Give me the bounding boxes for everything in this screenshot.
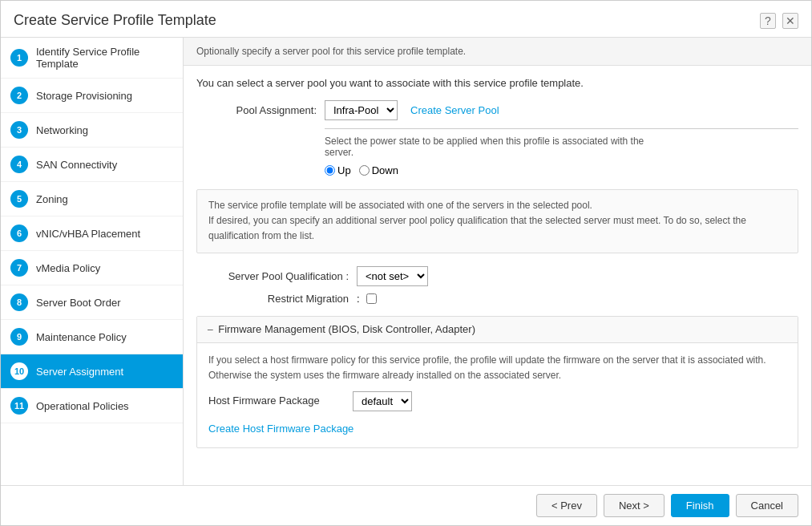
sidebar-item-label: Maintenance Policy	[36, 331, 127, 343]
step-badge: 3	[10, 121, 28, 139]
firmware-desc2: Otherwise the system uses the firmware a…	[208, 368, 786, 383]
dialog-body: 1Identify Service Profile Template2Stora…	[1, 38, 811, 485]
radio-down[interactable]	[359, 165, 370, 176]
firmware-section-title: Firmware Management (BIOS, Disk Controll…	[218, 323, 475, 335]
radio-up-text: Up	[337, 164, 351, 176]
step-badge: 5	[10, 190, 28, 208]
sidebar: 1Identify Service Profile Template2Stora…	[1, 38, 184, 485]
radio-up-label[interactable]: Up	[325, 164, 351, 176]
pool-desc: You can select a server pool you want to…	[196, 77, 798, 89]
sidebar-item-label: vMedia Policy	[36, 262, 100, 274]
restrict-migration-label: Restrict Migration	[196, 293, 357, 305]
step-badge: 2	[10, 87, 28, 104]
create-server-pool-link[interactable]: Create Server Pool	[410, 104, 499, 116]
firmware-section: − Firmware Management (BIOS, Disk Contro…	[196, 316, 798, 448]
colon: :	[357, 293, 360, 305]
radio-down-label[interactable]: Down	[359, 164, 398, 176]
sidebar-item-2[interactable]: 2Storage Provisioning	[1, 79, 183, 113]
sidebar-item-4[interactable]: 4SAN Connectivity	[1, 148, 183, 182]
next-button[interactable]: Next >	[604, 494, 665, 517]
host-firmware-label: Host Firmware Package	[208, 393, 353, 410]
qualification-label: Server Pool Qualification :	[196, 270, 357, 282]
create-host-firmware-link[interactable]: Create Host Firmware Package	[208, 423, 353, 435]
sidebar-item-6[interactable]: 6vNIC/vHBA Placement	[1, 216, 183, 251]
sidebar-item-label: Server Boot Order	[36, 297, 121, 309]
content-inner: You can select a server pool you want to…	[184, 66, 811, 485]
step-badge: 1	[10, 49, 28, 67]
step-badge: 10	[10, 362, 28, 380]
sidebar-item-label: SAN Connectivity	[36, 159, 117, 171]
pool-info-text2: If desired, you can specify an additiona…	[208, 213, 786, 244]
pool-assignment-label: Pool Assignment:	[196, 104, 325, 116]
pool-assignment-select[interactable]: Infra-PoolPool-APool-B	[325, 100, 398, 120]
power-divider	[325, 128, 798, 129]
firmware-desc1: If you select a host firmware policy for…	[208, 353, 786, 368]
sidebar-item-label: Server Assignment	[36, 366, 123, 378]
sidebar-item-label: Identify Service Profile Template	[36, 46, 173, 70]
sidebar-item-label: vNIC/vHBA Placement	[36, 228, 140, 240]
sidebar-item-11[interactable]: 11Operational Policies	[1, 389, 183, 423]
dialog-title: Create Service Profile Template	[14, 12, 216, 29]
step-badge: 7	[10, 259, 28, 277]
sidebar-item-10[interactable]: 10Server Assignment	[1, 354, 183, 389]
sidebar-item-8[interactable]: 8Server Boot Order	[1, 285, 183, 320]
header-icons: ? ✕	[760, 13, 798, 29]
content-area: Optionally specify a server pool for thi…	[184, 38, 811, 485]
pool-info-text1: The service profile template will be ass…	[208, 198, 786, 213]
host-firmware-row: Host Firmware Package defaultnone	[208, 391, 786, 411]
power-section: Select the power state to be applied whe…	[325, 128, 798, 176]
info-bar: Optionally specify a server pool for thi…	[184, 38, 811, 66]
pool-info-box: The service profile template will be ass…	[196, 189, 798, 253]
sidebar-item-label: Storage Provisioning	[36, 90, 132, 102]
host-firmware-select[interactable]: defaultnone	[353, 391, 412, 411]
radio-up[interactable]	[325, 165, 335, 176]
power-state-desc: Select the power state to be applied whe…	[325, 136, 645, 158]
step-badge: 11	[10, 397, 28, 415]
restrict-migration-row: Restrict Migration :	[196, 293, 798, 305]
firmware-body: If you select a host firmware policy for…	[197, 343, 798, 447]
sidebar-item-3[interactable]: 3Networking	[1, 113, 183, 148]
close-button[interactable]: ✕	[782, 13, 798, 29]
dialog: Create Service Profile Template ? ✕ 1Ide…	[0, 0, 812, 526]
radio-down-text: Down	[372, 164, 398, 176]
info-bar-text: Optionally specify a server pool for thi…	[196, 46, 466, 57]
cancel-button[interactable]: Cancel	[736, 494, 798, 517]
qualification-select[interactable]: <not set>Option-A	[357, 266, 428, 286]
dialog-header: Create Service Profile Template ? ✕	[1, 1, 811, 38]
qualification-row: Server Pool Qualification : <not set>Opt…	[196, 266, 798, 286]
sidebar-item-label: Zoning	[36, 193, 68, 205]
sidebar-item-9[interactable]: 9Maintenance Policy	[1, 320, 183, 354]
firmware-collapse-icon[interactable]: −	[207, 323, 213, 336]
sidebar-item-1[interactable]: 1Identify Service Profile Template	[1, 38, 183, 79]
help-button[interactable]: ?	[760, 13, 776, 29]
sidebar-item-label: Operational Policies	[36, 400, 129, 412]
sidebar-item-5[interactable]: 5Zoning	[1, 182, 183, 216]
sidebar-item-label: Networking	[36, 124, 88, 136]
dialog-footer: < Prev Next > Finish Cancel	[1, 485, 811, 525]
power-radio-group: Up Down	[325, 164, 798, 176]
restrict-migration-checkbox[interactable]	[366, 293, 377, 304]
firmware-header: − Firmware Management (BIOS, Disk Contro…	[197, 317, 798, 343]
sidebar-item-7[interactable]: 7vMedia Policy	[1, 251, 183, 285]
step-badge: 4	[10, 156, 28, 173]
finish-button[interactable]: Finish	[671, 494, 729, 517]
pool-assignment-row: Pool Assignment: Infra-PoolPool-APool-B …	[196, 100, 798, 120]
step-badge: 8	[10, 293, 28, 311]
step-badge: 9	[10, 328, 28, 346]
prev-button[interactable]: < Prev	[536, 494, 597, 517]
step-badge: 6	[10, 225, 28, 242]
